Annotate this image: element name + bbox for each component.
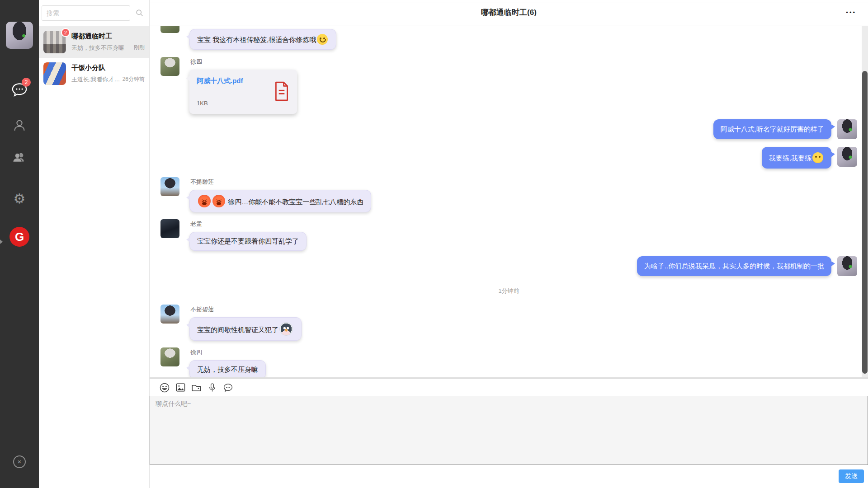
chat-list-item-ganfan[interactable]: 干饭小分队 王道长,我看你才… 26分钟前 xyxy=(39,58,149,89)
smiley-icon xyxy=(160,383,170,393)
message-input[interactable] xyxy=(150,396,868,465)
message-text: 无妨，技多不压身嘛 xyxy=(197,366,258,373)
message-bubble: 为啥子..你们总说我呆瓜，其实大多的时候，我都机制的一批 xyxy=(637,256,831,276)
group-icon xyxy=(12,151,27,164)
voice-message-button[interactable] xyxy=(206,382,218,394)
search-button[interactable] xyxy=(136,9,143,18)
message-row: 阿威十八式,听名字就好厉害的样子 xyxy=(160,119,857,139)
timestamp: 26分钟前 xyxy=(123,75,145,83)
image-icon xyxy=(176,383,185,392)
last-message: 无妨，技多不压身嘛 xyxy=(71,44,124,52)
user-avatar[interactable] xyxy=(6,22,33,49)
send-file-button[interactable] xyxy=(190,382,202,394)
composer-toolbar xyxy=(150,379,868,396)
app-rail: 2 ⚙ G × xyxy=(0,0,39,488)
chat-header: 哪都通临时工(6) ••• xyxy=(150,0,868,25)
message-row: 我要练,我要练 xyxy=(160,147,857,169)
sender-avatar[interactable] xyxy=(160,57,179,76)
close-button[interactable]: × xyxy=(13,455,26,468)
self-avatar[interactable] xyxy=(837,256,857,276)
conversation-title: 哪都通临时工(6) xyxy=(150,0,868,25)
groups-nav-button[interactable] xyxy=(12,151,27,165)
self-avatar[interactable] xyxy=(837,147,857,167)
emoji-picker-button[interactable] xyxy=(159,382,170,394)
search-icon xyxy=(136,9,143,17)
scrollbar-track[interactable] xyxy=(862,26,868,377)
composer: 发送 xyxy=(150,377,868,488)
message-bubble: 宝宝你还是不要跟着你四哥乱学了 xyxy=(189,232,307,251)
message-history-button[interactable] xyxy=(222,382,234,394)
message-text: 徐四…你能不能不教宝宝一些乱七八糟的东西 xyxy=(228,198,363,206)
last-message: 王道长,我看你才… xyxy=(71,75,120,84)
close-icon: × xyxy=(18,458,22,465)
message-row: 为啥子..你们总说我呆瓜，其实大多的时候，我都机制的一批 xyxy=(160,256,857,276)
chat-title: 哪都通临时工 xyxy=(71,32,112,41)
message-row: 徐四 阿威十八式.pdf 1KB xyxy=(160,57,857,114)
gear-icon: ⚙ xyxy=(14,191,26,206)
message-list[interactable]: 宝宝 我这有本祖传秘笈,很适合你修炼哦 徐四 阿威十八式.pdf 1KB xyxy=(150,26,868,377)
message-text: 为啥子..你们总说我呆瓜，其实大多的时候，我都机制的一批 xyxy=(644,262,824,270)
sender-avatar[interactable] xyxy=(160,305,179,324)
hugging-face-emoji-icon xyxy=(317,34,328,45)
enraged-face-emoji-icon xyxy=(198,195,211,207)
microphone-icon xyxy=(208,382,216,393)
time-divider: 1分钟前 xyxy=(160,287,857,295)
send-button[interactable]: 发送 xyxy=(839,469,864,483)
message-row: 宝宝 我这有本祖传秘笈,很适合你修炼哦 xyxy=(160,29,857,50)
group-avatar xyxy=(43,62,66,85)
no-mouth-face-emoji-icon xyxy=(812,152,823,163)
sender-name: 徐四 xyxy=(190,58,297,66)
penguin-emoji-icon xyxy=(279,322,293,336)
message-text: 宝宝 我这有本祖传秘笈,很适合你修炼哦 xyxy=(197,36,316,43)
chat-title: 干饭小分队 xyxy=(71,64,105,72)
sender-avatar[interactable] xyxy=(160,177,179,196)
message-text: 宝宝你还是不要跟着你四哥乱学了 xyxy=(197,237,299,245)
message-text: 阿威十八式,听名字就好厉害的样子 xyxy=(721,125,824,133)
sender-avatar[interactable] xyxy=(160,219,179,238)
sender-name: 不摇碧莲 xyxy=(190,178,371,186)
message-row: 徐四 无妨，技多不压身嘛 xyxy=(160,347,857,377)
unread-badge: 2 xyxy=(61,28,70,37)
chat-dots-icon xyxy=(223,383,233,392)
contacts-nav-button[interactable] xyxy=(13,118,26,134)
message-row: 不摇碧莲 徐四…你能不能不教宝宝一些乱七八糟的东西 xyxy=(160,177,857,212)
message-row: 不摇碧莲 宝宝的间歇性机智证又犯了 xyxy=(160,305,857,341)
send-row: 发送 xyxy=(150,465,868,488)
send-image-button[interactable] xyxy=(175,382,186,394)
person-icon xyxy=(13,118,26,132)
message-bubble: 徐四…你能不能不教宝宝一些乱七八糟的东西 xyxy=(189,190,371,212)
sender-name: 不摇碧莲 xyxy=(190,305,302,314)
scrollbar-thumb[interactable] xyxy=(862,71,868,374)
unread-badge: 2 xyxy=(22,78,31,87)
message-text: 我要练,我要练 xyxy=(769,154,811,162)
file-attachment-card[interactable]: 阿威十八式.pdf 1KB xyxy=(189,70,297,114)
message-row: 老孟 宝宝你还是不要跟着你四哥乱学了 xyxy=(160,219,857,251)
settings-nav-button[interactable]: ⚙ xyxy=(14,192,26,206)
more-menu-icon[interactable]: ••• xyxy=(846,0,856,25)
sender-avatar[interactable] xyxy=(160,347,179,366)
message-bubble: 我要练,我要练 xyxy=(762,147,831,169)
sender-name: 老孟 xyxy=(190,220,307,228)
chat-list-panel: 2 哪都通临时工 无妨，技多不压身嘛 刚刚 干饭小分队 王道长,我看你才… 26… xyxy=(39,0,150,488)
timestamp: 刚刚 xyxy=(134,44,145,52)
message-bubble: 宝宝的间歇性机智证又犯了 xyxy=(189,317,302,341)
collapse-handle-icon[interactable] xyxy=(0,239,3,244)
search-input[interactable] xyxy=(42,5,130,21)
app-logo: G xyxy=(9,227,29,247)
folder-icon xyxy=(192,384,201,392)
self-avatar[interactable] xyxy=(837,119,857,139)
message-bubble: 阿威十八式,听名字就好厉害的样子 xyxy=(713,119,831,139)
conversation-panel: 哪都通临时工(6) ••• 宝宝 我这有本祖传秘笈,很适合你修炼哦 徐四 阿威十… xyxy=(150,0,868,488)
chat-app: 2 ⚙ G × xyxy=(0,0,868,488)
enraged-face-emoji-icon xyxy=(212,195,225,207)
message-input-wrap xyxy=(150,396,868,465)
message-bubble: 无妨，技多不压身嘛 xyxy=(189,360,266,377)
sender-avatar[interactable] xyxy=(160,26,179,33)
chat-list-item-nadutong[interactable]: 2 哪都通临时工 无妨，技多不压身嘛 刚刚 xyxy=(39,26,149,58)
message-text: 宝宝的间歇性机智证又犯了 xyxy=(197,326,278,333)
message-bubble: 宝宝 我这有本祖传秘笈,很适合你修炼哦 xyxy=(189,29,336,50)
pdf-file-icon xyxy=(274,81,290,103)
sender-name: 徐四 xyxy=(190,348,266,357)
